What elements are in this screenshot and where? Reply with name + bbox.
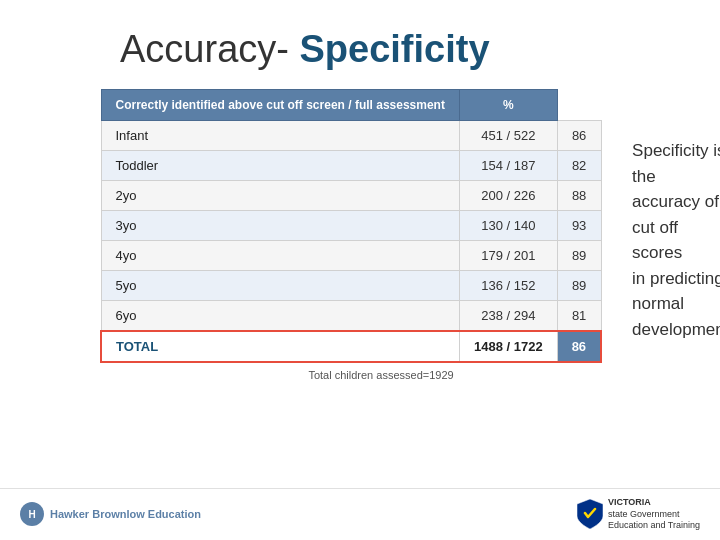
table-row: 5yo 136 / 152 89: [101, 271, 601, 301]
row-value: 451 / 522: [459, 121, 557, 151]
total-label: TOTAL: [101, 331, 459, 362]
total-pct: 86: [557, 331, 601, 362]
table-row: Toddler 154 / 187 82: [101, 151, 601, 181]
hbe-logo: H Hawker Brownlow Education: [20, 502, 201, 526]
side-line1: Specificity is the: [632, 141, 720, 186]
row-value: 136 / 152: [459, 271, 557, 301]
accuracy-table: Correctly identified above cut off scree…: [100, 89, 602, 363]
table-footnote: Total children assessed=1929: [100, 369, 602, 381]
row-label: 5yo: [101, 271, 459, 301]
hbe-icon: H: [20, 502, 44, 526]
row-pct: 81: [557, 301, 601, 332]
vic-text: VICTORIA state Government Education and …: [608, 497, 700, 532]
total-row: TOTAL 1488 / 1722 86: [101, 331, 601, 362]
specificity-description: Specificity is the accuracy of cut off s…: [632, 138, 720, 342]
row-pct: 86: [557, 121, 601, 151]
table-row: 6yo 238 / 294 81: [101, 301, 601, 332]
total-value: 1488 / 1722: [459, 331, 557, 362]
table-container: Correctly identified above cut off scree…: [100, 89, 602, 381]
hbe-logo-text: Hawker Brownlow Education: [50, 508, 201, 520]
side-line4: in predicting: [632, 269, 720, 288]
side-line2: accuracy of cut off: [632, 192, 719, 237]
table-row: 3yo 130 / 140 93: [101, 211, 601, 241]
side-text-container: Specificity is the accuracy of cut off s…: [632, 89, 720, 381]
row-value: 130 / 140: [459, 211, 557, 241]
col-header-label: Correctly identified above cut off scree…: [101, 90, 459, 121]
row-label: Toddler: [101, 151, 459, 181]
row-value: 179 / 201: [459, 241, 557, 271]
row-label: Infant: [101, 121, 459, 151]
row-value: 238 / 294: [459, 301, 557, 332]
row-pct: 88: [557, 181, 601, 211]
table-row: 2yo 200 / 226 88: [101, 181, 601, 211]
col-header-pct: %: [459, 90, 557, 121]
row-label: 4yo: [101, 241, 459, 271]
main-content: Correctly identified above cut off scree…: [0, 89, 720, 381]
row-label: 3yo: [101, 211, 459, 241]
side-line5: normal development: [632, 294, 720, 339]
row-label: 6yo: [101, 301, 459, 332]
row-label: 2yo: [101, 181, 459, 211]
title-part1: Accuracy-: [120, 28, 289, 70]
side-line3: scores: [632, 243, 682, 262]
row-pct: 93: [557, 211, 601, 241]
vic-logo: VICTORIA state Government Education and …: [576, 497, 700, 532]
title-part2: Specificity: [299, 28, 489, 70]
table-row: 4yo 179 / 201 89: [101, 241, 601, 271]
bottom-bar: H Hawker Brownlow Education VICTORIA sta…: [0, 488, 720, 540]
row-pct: 89: [557, 241, 601, 271]
row-value: 200 / 226: [459, 181, 557, 211]
row-pct: 82: [557, 151, 601, 181]
row-value: 154 / 187: [459, 151, 557, 181]
vic-shield-icon: [576, 498, 604, 530]
row-pct: 89: [557, 271, 601, 301]
page-title: Accuracy- Specificity: [0, 0, 720, 89]
table-row: Infant 451 / 522 86: [101, 121, 601, 151]
